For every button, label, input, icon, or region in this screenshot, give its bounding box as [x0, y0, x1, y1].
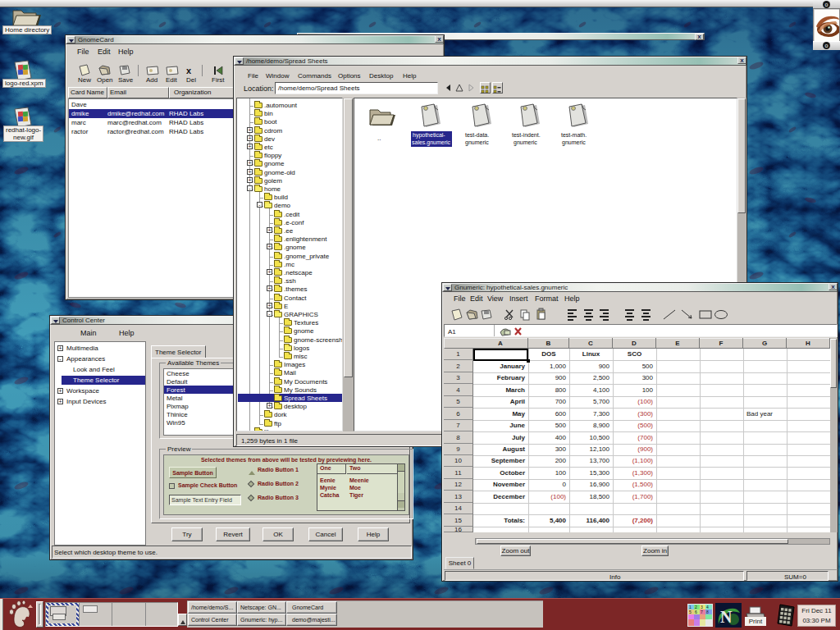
svg-text:8: 8: [706, 609, 709, 614]
svg-text:N: N: [720, 608, 733, 626]
svg-text:5: 5: [689, 609, 692, 614]
svg-text:7: 7: [701, 609, 703, 614]
svg-text:6: 6: [695, 609, 697, 614]
svg-text:x: x: [186, 66, 192, 75]
